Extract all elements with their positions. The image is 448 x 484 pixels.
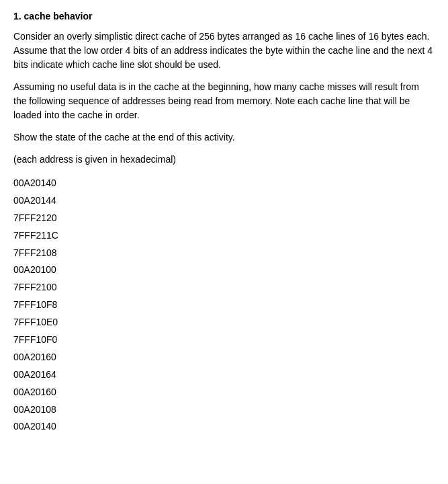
address-item: 00A20160 bbox=[13, 349, 435, 366]
paragraph-2: Assuming no useful data is in the cache … bbox=[13, 80, 435, 122]
paragraph-1: Consider an overly simplistic direct cac… bbox=[13, 30, 435, 72]
address-item: 00A20140 bbox=[13, 418, 435, 436]
address-item: 7FFF2120 bbox=[13, 210, 435, 227]
address-item: 7FFF10E0 bbox=[13, 314, 435, 331]
paragraph-3: Show the state of the cache at the end o… bbox=[13, 130, 435, 145]
address-item: 00A20100 bbox=[13, 261, 435, 279]
address-list: 00A2014000A201447FFF21207FFF211C7FFF2108… bbox=[13, 175, 435, 436]
address-item: 7FFF2108 bbox=[13, 245, 435, 262]
address-item: 7FFF10F0 bbox=[13, 331, 435, 349]
address-item: 7FFF10F8 bbox=[13, 296, 435, 314]
address-item: 00A20160 bbox=[13, 384, 435, 401]
address-item: 7FFF211C bbox=[13, 227, 435, 245]
address-item: 00A20164 bbox=[13, 366, 435, 384]
address-item: 00A20140 bbox=[13, 175, 435, 192]
paragraph-4: (each address is given in hexadecimal) bbox=[13, 153, 435, 167]
address-item: 00A20108 bbox=[13, 401, 435, 419]
address-item: 00A20144 bbox=[13, 192, 435, 210]
section-title: 1. cache behavior bbox=[13, 11, 435, 22]
address-item: 7FFF2100 bbox=[13, 279, 435, 296]
